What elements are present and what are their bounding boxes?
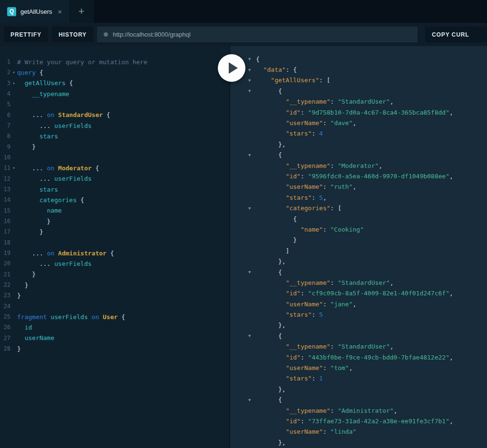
collapse-arrow-icon[interactable]: ▼	[248, 78, 256, 83]
editor-line[interactable]: 22 }	[0, 280, 229, 290]
editor-line[interactable]: 21 }	[0, 269, 229, 280]
result-line: "id": "9596fdc0-a5ea-460d-9970-df1049b08…	[230, 171, 487, 181]
editor-line[interactable]: 19 ... on Administrator {	[0, 248, 229, 258]
token-pn	[256, 183, 286, 190]
code-text: }	[256, 236, 297, 243]
code-text: {	[256, 396, 282, 403]
collapse-arrow-icon[interactable]: ▼	[248, 270, 256, 274]
editor-line[interactable]: 28}	[0, 343, 229, 354]
editor-line[interactable]: 10	[0, 152, 229, 163]
editor-line[interactable]: 23}	[0, 290, 229, 301]
editor-line[interactable]: 7 ... userFields	[0, 120, 229, 131]
editor-line[interactable]: 2▾query {	[0, 67, 229, 78]
token-key: "__typename"	[286, 343, 331, 350]
editor-line[interactable]: 9 }	[0, 142, 229, 152]
editor-line[interactable]: 27 userName	[0, 333, 229, 343]
token-pn: ,	[353, 119, 357, 127]
fold-arrow-icon[interactable]: ▾	[10, 166, 17, 170]
editor-line[interactable]: 17 }	[0, 226, 229, 237]
tab-getallusers[interactable]: Q getAllUsers ×	[0, 0, 69, 23]
token-pn	[88, 313, 92, 321]
tab-close-icon[interactable]: ×	[58, 8, 62, 16]
token-pn	[17, 324, 25, 331]
token-fld: getAllUsers	[25, 79, 66, 87]
collapse-arrow-icon[interactable]: ▼	[248, 153, 256, 157]
editor-line[interactable]: 4 __typename	[0, 88, 229, 99]
token-pn: ...	[17, 260, 54, 267]
result-line: },	[230, 320, 487, 331]
editor-line[interactable]: 6 ... on StandardUser {	[0, 110, 229, 120]
editor-line[interactable]: 18	[0, 237, 229, 248]
editor-line[interactable]: 20 ... userFields	[0, 258, 229, 269]
result-line: ▼ {	[230, 331, 487, 341]
line-number: 7	[0, 122, 10, 129]
code-text: "id": "73ffae73-31ad-42a2-a38e-ee91fe3cf…	[256, 418, 453, 425]
query-editor[interactable]: 1# Write your query or mutation here2▾qu…	[0, 46, 230, 448]
editor-line[interactable]: 16 }	[0, 216, 229, 226]
collapse-arrow-icon[interactable]: ▼	[248, 398, 256, 402]
endpoint-input[interactable]: http://localhost:8000/graphql	[97, 27, 418, 42]
editor-line[interactable]: 13 stars	[0, 184, 229, 195]
token-key: "userName"	[286, 183, 323, 190]
token-pn	[256, 77, 271, 84]
editor-line[interactable]: 24	[0, 301, 229, 312]
fold-arrow-icon[interactable]: ▾	[10, 70, 17, 75]
token-key: "id"	[286, 109, 301, 116]
token-pn	[17, 186, 39, 193]
token-key: "userName"	[286, 119, 323, 127]
fold-arrow-icon[interactable]: ▾	[10, 81, 17, 86]
code-text: "stars": 5	[256, 311, 323, 318]
execute-query-button[interactable]	[218, 54, 245, 82]
response-viewer: ▼{▼ "data": {▼ "getAllUsers": [▼ { "__ty…	[230, 46, 487, 448]
code-text: }	[17, 292, 21, 299]
token-pn: :	[331, 407, 338, 414]
editor-line[interactable]: 12 ... userFields	[0, 174, 229, 184]
code-text: },	[256, 439, 286, 446]
editor-line[interactable]: 25fragment userFields on User {	[0, 312, 229, 322]
editor-line[interactable]: 1# Write your query or mutation here	[0, 57, 229, 67]
token-str: "jane"	[331, 301, 353, 308]
token-pn	[256, 162, 286, 169]
line-number: 15	[0, 207, 10, 214]
line-number: 20	[0, 260, 10, 267]
editor-line[interactable]: 14 categories {	[0, 195, 229, 205]
token-pn: :	[323, 183, 331, 190]
new-tab-button[interactable]: +	[69, 0, 94, 23]
editor-line[interactable]: 5	[0, 99, 229, 109]
result-line: ▼{	[230, 54, 487, 64]
collapse-arrow-icon[interactable]: ▼	[248, 57, 256, 61]
editor-line[interactable]: 8 stars	[0, 131, 229, 141]
token-kw: on	[47, 111, 55, 118]
editor-line[interactable]: 11▾ ... on Moderator {	[0, 163, 229, 173]
collapse-arrow-icon[interactable]: ▼	[248, 68, 256, 72]
editor-line[interactable]: 15 name	[0, 205, 229, 216]
result-line: "userName": "ruth",	[230, 182, 487, 192]
token-pn: ]	[256, 247, 289, 254]
token-pn	[54, 165, 58, 172]
code-text: "stars": 4	[256, 130, 323, 137]
copy-curl-button[interactable]: COPY CURL	[425, 27, 487, 42]
prettify-button[interactable]: PRETTIFY	[4, 27, 48, 42]
tab-title: getAllUsers	[20, 8, 52, 15]
token-fld: userFields	[54, 260, 91, 267]
editor-line[interactable]: 26 id	[0, 322, 229, 332]
collapse-arrow-icon[interactable]: ▼	[248, 333, 256, 338]
token-fld: stars	[39, 133, 58, 140]
collapse-arrow-icon[interactable]: ▼	[248, 206, 256, 211]
token-pn: :	[312, 130, 319, 137]
history-button[interactable]: HISTORY	[52, 27, 93, 42]
token-pn: :	[301, 290, 308, 297]
token-pn: : [	[331, 205, 341, 212]
code-text: "userName": "ruth",	[256, 183, 356, 190]
collapse-arrow-icon[interactable]: ▼	[248, 88, 256, 93]
token-pn	[256, 311, 286, 318]
token-pn: :	[331, 279, 338, 286]
token-str: "StandardUser"	[338, 343, 390, 350]
token-pn: ,	[449, 109, 453, 116]
endpoint-status-icon	[104, 32, 108, 37]
token-pn: ,	[449, 354, 453, 361]
code-text: "getAllUsers": [	[256, 77, 331, 84]
token-pn: :	[323, 364, 331, 371]
tab-bar: Q getAllUsers × +	[0, 0, 487, 23]
editor-line[interactable]: 3▾ getAllUsers {	[0, 78, 229, 88]
